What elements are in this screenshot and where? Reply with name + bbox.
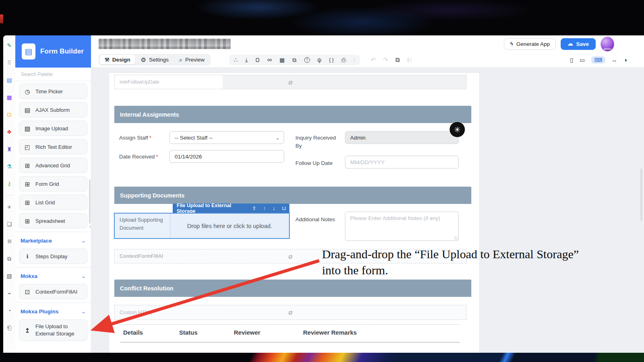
move-out-icon[interactable] bbox=[252, 206, 256, 211]
grid-icon bbox=[24, 200, 31, 206]
monitor-icon[interactable] bbox=[6, 111, 13, 118]
section-conflict-resolution[interactable]: Conflict Resolution bbox=[114, 280, 471, 297]
builder-toolbar: Design Settings Preview bbox=[91, 52, 644, 68]
images-icon[interactable] bbox=[6, 255, 13, 262]
hidden-field-label: Custom HTML bbox=[115, 310, 152, 315]
palette-search-input[interactable] bbox=[20, 71, 86, 78]
openai-logo-badge bbox=[450, 122, 465, 137]
info-icon bbox=[24, 253, 31, 259]
help-icon[interactable] bbox=[304, 57, 310, 63]
file-dropzone[interactable]: Drop files here or click to upload. bbox=[170, 214, 289, 238]
edit-icon[interactable] bbox=[6, 42, 13, 49]
tab-settings[interactable]: Settings bbox=[136, 55, 173, 64]
section-label: Marketplace bbox=[21, 238, 52, 244]
eye-slash-icon bbox=[288, 253, 292, 260]
selected-widget-toolbar: File Upload to External Storage bbox=[173, 204, 289, 213]
hierarchy-icon[interactable] bbox=[234, 57, 237, 63]
move-down-icon[interactable] bbox=[272, 206, 275, 211]
table-divider bbox=[120, 342, 460, 343]
palette-item-time-picker[interactable]: Time Picker bbox=[19, 84, 87, 99]
fill-icon[interactable] bbox=[6, 163, 13, 170]
palette-item-ajax-subform[interactable]: AJAX Subform bbox=[19, 102, 87, 117]
move-up-icon[interactable] bbox=[263, 206, 266, 211]
save-button[interactable]: Save bbox=[561, 38, 596, 50]
table-icon[interactable] bbox=[6, 94, 13, 101]
scroll-icon[interactable] bbox=[6, 324, 13, 331]
braces-icon[interactable] bbox=[329, 58, 334, 62]
bank-icon[interactable] bbox=[6, 146, 13, 153]
branch-icon[interactable] bbox=[318, 57, 322, 63]
canvas-scrollbar[interactable] bbox=[640, 169, 642, 221]
paste-icon[interactable] bbox=[407, 57, 412, 63]
section-mokxa-plugins[interactable]: Mokxa Plugins bbox=[19, 307, 87, 319]
tab-preview[interactable]: Preview bbox=[174, 55, 209, 64]
file-image-icon[interactable] bbox=[6, 272, 13, 280]
gauge-icon[interactable] bbox=[6, 307, 13, 314]
robot-icon bbox=[24, 289, 31, 295]
export-icon[interactable] bbox=[245, 57, 248, 63]
palette-icon[interactable] bbox=[624, 57, 627, 63]
grid-icon[interactable] bbox=[279, 57, 285, 63]
palette-item-label: AJAX Subform bbox=[35, 107, 70, 113]
code-icon[interactable] bbox=[612, 57, 617, 63]
eye-slash-icon bbox=[288, 309, 292, 316]
avatar[interactable]: admin bbox=[601, 37, 614, 51]
sidebar-scrollbar[interactable] bbox=[89, 179, 91, 224]
palette-search[interactable] bbox=[15, 68, 91, 81]
selected-widget-title: File Upload to External Storage bbox=[177, 203, 246, 214]
palette-item-steps-display[interactable]: Steps Display bbox=[19, 249, 87, 264]
palette-item-image-upload[interactable]: Image Upload bbox=[19, 121, 87, 136]
phone-icon[interactable] bbox=[570, 57, 573, 63]
form-canvas[interactable]: minFollowUpDate Internal Assignments Ass… bbox=[109, 72, 480, 353]
palette-item-advanced-grid[interactable]: Advanced Grid bbox=[19, 158, 87, 173]
plus-icon[interactable] bbox=[6, 203, 13, 210]
palette-item-form-grid[interactable]: Form Grid bbox=[19, 176, 87, 191]
camera-icon[interactable] bbox=[341, 57, 346, 63]
palette-item-rich-text-editor[interactable]: Rich Text Editor bbox=[19, 139, 87, 154]
section-marketplace[interactable]: Marketplace bbox=[19, 236, 87, 249]
tab-design[interactable]: Design bbox=[100, 55, 135, 64]
file-upload-widget[interactable]: Upload Supporting Document Drop files he… bbox=[114, 213, 290, 239]
section-internal-assignments[interactable]: Internal Assignments bbox=[114, 106, 471, 123]
hidden-field-custom-html[interactable]: Custom HTML bbox=[114, 305, 466, 320]
magnifier-icon bbox=[179, 57, 182, 63]
assign-staff-select[interactable]: -- Select Staff -- bbox=[169, 131, 284, 144]
section-supporting-documents[interactable]: Supporting Documents bbox=[114, 187, 471, 204]
more-chevron-icon[interactable] bbox=[353, 57, 355, 63]
upload-icon bbox=[24, 327, 31, 333]
note-icon[interactable] bbox=[6, 220, 13, 228]
share-icon[interactable] bbox=[6, 128, 13, 136]
column-header-status: Status bbox=[179, 329, 198, 336]
sidebar-divider bbox=[15, 267, 91, 267]
binoculars-icon[interactable] bbox=[267, 57, 272, 63]
document-icon[interactable] bbox=[6, 76, 13, 84]
palette-item-list-grid[interactable]: List Grid bbox=[19, 195, 87, 210]
follow-up-date-input[interactable] bbox=[345, 156, 459, 169]
trash-icon[interactable] bbox=[282, 206, 286, 211]
palette-item-label: List Grid bbox=[35, 200, 55, 206]
redo-icon[interactable] bbox=[383, 57, 388, 63]
drag-dots-icon[interactable] bbox=[6, 59, 13, 66]
key-icon[interactable] bbox=[6, 180, 13, 187]
copy-icon[interactable] bbox=[395, 57, 400, 63]
undo-icon[interactable] bbox=[371, 57, 376, 63]
palette-item-file-upload-external-storage[interactable]: File Upload to External Storage bbox=[19, 319, 87, 341]
section-mokxa[interactable]: Mokxa bbox=[19, 272, 87, 284]
hidden-field-minfollowupdate[interactable]: minFollowUpDate bbox=[114, 75, 466, 89]
tools-strip bbox=[229, 55, 360, 65]
laptop-icon[interactable] bbox=[591, 56, 605, 64]
section-label: Mokxa Plugins bbox=[21, 309, 59, 315]
generate-app-button[interactable]: Generate App bbox=[504, 38, 555, 50]
palette-item-contextformfillai[interactable]: ContextFormFillAI bbox=[19, 284, 87, 299]
lock-icon[interactable] bbox=[255, 57, 259, 63]
variables-icon[interactable] bbox=[6, 238, 13, 245]
textarea-resize-grip[interactable] bbox=[454, 237, 458, 240]
tablet-icon[interactable] bbox=[580, 57, 585, 63]
date-received-input[interactable] bbox=[169, 150, 284, 163]
image-icon bbox=[24, 125, 31, 132]
additional-notes-textarea[interactable] bbox=[345, 212, 459, 241]
main-area: Generate App Save admin Design bbox=[91, 35, 644, 353]
palette-item-spreadsheet[interactable]: Spreadsheet bbox=[19, 213, 87, 228]
plug-icon[interactable] bbox=[6, 290, 13, 297]
images-icon[interactable] bbox=[293, 57, 297, 63]
